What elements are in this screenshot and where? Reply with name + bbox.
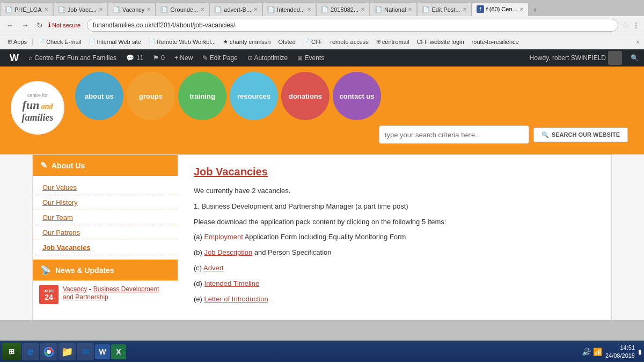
bookmark-apps[interactable]: ⊞ Apps — [4, 38, 30, 46]
taskbar-folder-icon[interactable]: 📁 — [58, 343, 76, 360]
nav-resources[interactable]: resources — [230, 72, 278, 120]
wp-updates-item[interactable]: ⚑ 0 — [149, 49, 169, 67]
page-icon: 📄 — [89, 39, 95, 45]
nav-groups[interactable]: groups — [127, 72, 175, 120]
sidebar-link-our-values[interactable]: Our Values — [33, 180, 178, 195]
bookmark-remote-web[interactable]: 📄 Remote Web Workpl... — [145, 38, 219, 46]
bookmark-resilience[interactable]: route-to-resilience — [469, 38, 522, 46]
job-description-link[interactable]: Job Description — [204, 248, 253, 256]
nav-contact-us[interactable]: contact us — [333, 72, 381, 120]
star-icon: ★ — [223, 39, 228, 45]
wp-howdy-item[interactable]: Howdy, robert SWINFIELD — [525, 49, 626, 67]
advert-link[interactable]: Advert — [203, 264, 224, 272]
tab-close-btn[interactable]: ✕ — [463, 6, 467, 12]
tab-icon: 📄 — [422, 6, 429, 13]
tab-close-btn[interactable]: ✕ — [99, 6, 103, 12]
tab-facebook[interactable]: f f (80) Cen... ✕ — [472, 2, 529, 16]
tab-icon: 📄 — [267, 6, 275, 13]
content-item-a: (a) Employment Application Form includin… — [194, 232, 595, 243]
wp-events-item[interactable]: ⊞ Events — [293, 49, 328, 67]
taskbar-excel-icon[interactable]: X — [111, 344, 126, 359]
tab-grounded[interactable]: 📄 Grounde... ✕ — [156, 2, 209, 16]
show-desktop-button[interactable]: ▮ — [638, 348, 642, 356]
tab-icon: 📄 — [321, 6, 328, 13]
tab-intended[interactable]: 📄 Intended... ✕ — [262, 2, 316, 16]
info-icon: ℹ — [48, 21, 50, 28]
logo-small-text: centre for — [22, 93, 54, 98]
wp-comments-item[interactable]: 💬 11 — [122, 49, 148, 67]
tab-national[interactable]: 📄 National ✕ — [370, 2, 417, 16]
tab-phe-lga[interactable]: 📄 PHE_LGA ✕ — [0, 2, 53, 16]
wp-autoptimize-item[interactable]: ⊙ Autoptimize — [243, 49, 292, 67]
wp-site-name-item[interactable]: ⌂ Centre For Fun and Families — [24, 49, 121, 67]
tab-close-btn[interactable]: ✕ — [307, 6, 311, 12]
tab-close-btn[interactable]: ✕ — [361, 6, 365, 12]
taskbar-word-icon[interactable]: W — [95, 344, 110, 359]
flag-icon: ⚑ — [153, 54, 159, 62]
sidebar-link-job-vacancies[interactable]: Job Vacancies — [33, 240, 178, 255]
bookmark-internal-web[interactable]: 📄 Internal Web site — [85, 38, 144, 46]
sidebar-link-our-patrons[interactable]: Our Patrons — [33, 225, 178, 240]
logo-text-area: centre for fun and families — [18, 88, 58, 128]
tab-2018[interactable]: 📄 2018082... ✕ — [316, 2, 370, 16]
start-button[interactable]: ⊞ — [2, 343, 21, 360]
tab-close-btn[interactable]: ✕ — [519, 6, 524, 12]
bookmark-cff[interactable]: 📄 CFF — [300, 38, 326, 46]
content-inner: ✎ About Us Our Values Our History Our Te… — [32, 154, 612, 320]
search-area: 🔍 SEARCH OUR WEBSITE — [75, 125, 633, 144]
nav-about-us[interactable]: about us — [75, 72, 123, 120]
bookmark-ofsted[interactable]: Ofsted — [275, 38, 298, 46]
sidebar-link-our-team[interactable]: Our Team — [33, 210, 178, 225]
nav-donations[interactable]: donations — [281, 72, 330, 120]
windows-icon: ⊞ — [376, 39, 380, 45]
tab-icon: 📄 — [5, 6, 12, 13]
page-title[interactable]: Job Vacancies — [194, 166, 595, 178]
taskbar-ie-icon[interactable]: e — [22, 343, 39, 360]
content-item-b: (b) Job Description and Person Specifica… — [194, 247, 595, 258]
taskbar-outlook-icon[interactable]: ✉ — [77, 343, 94, 360]
nav-training[interactable]: training — [178, 72, 226, 120]
news-vacancy-link[interactable]: Vacancy — [63, 285, 87, 293]
menu-button[interactable]: ⋮ — [632, 21, 640, 29]
page-icon: 📄 — [149, 39, 155, 45]
wp-logo-item[interactable]: W — [5, 49, 23, 67]
tab-job-vaca[interactable]: 📄 Job Vaca... ✕ — [53, 2, 108, 16]
tab-close-btn[interactable]: ✕ — [408, 6, 412, 12]
bookmark-charity[interactable]: ★ charity cmmssn — [220, 38, 274, 46]
url-input[interactable] — [87, 19, 618, 32]
forward-button[interactable]: → — [19, 20, 31, 31]
tab-vacancy[interactable]: 📄 Vacancy ✕ — [108, 2, 156, 16]
bookmark-remote-access[interactable]: remote access — [327, 38, 372, 46]
tab-close-btn[interactable]: ✕ — [253, 6, 258, 12]
tab-advert[interactable]: 📄 advert-B... ✕ — [209, 2, 262, 16]
letter-link[interactable]: Letter of Introduction — [204, 295, 268, 303]
search-icon[interactable]: 🔍 — [631, 54, 639, 62]
search-input[interactable] — [379, 125, 529, 144]
wp-edit-page-item[interactable]: ✎ Edit Page — [198, 49, 241, 67]
tab-close-btn[interactable]: ✕ — [44, 6, 48, 12]
pencil-icon: ✎ — [40, 160, 47, 171]
refresh-button[interactable]: ↻ — [34, 20, 45, 31]
wp-home-icon: ⌂ — [28, 54, 32, 62]
news-item: AUG 24 Vacancy - Business Development an… — [33, 280, 178, 308]
bookmark-centremail[interactable]: ⊞ centremail — [373, 38, 413, 46]
tab-close-btn[interactable]: ✕ — [200, 6, 204, 12]
employment-link[interactable]: Employment — [204, 233, 243, 241]
taskbar-chrome-icon[interactable] — [40, 343, 57, 360]
bookmarks-more-btn[interactable]: » — [636, 38, 640, 46]
tab-close-btn[interactable]: ✕ — [147, 6, 151, 12]
speaker-icon: 🔊 — [582, 348, 591, 356]
wp-new-item[interactable]: + New — [170, 49, 197, 67]
back-button[interactable]: ← — [4, 20, 16, 31]
network-icon: 📶 — [593, 348, 602, 356]
tab-edit-post[interactable]: 📄 Edit Post... ✕ — [417, 2, 471, 16]
timeline-link[interactable]: Intended Timeline — [204, 279, 260, 287]
bookmark-star-icon[interactable]: ☆ — [621, 20, 629, 30]
date-badge: AUG 24 — [39, 285, 58, 304]
sidebar-link-our-history[interactable]: Our History — [33, 195, 178, 210]
new-tab-button[interactable]: + — [529, 3, 541, 16]
bookmark-check-email[interactable]: 📄 Check E-mail — [35, 38, 84, 46]
date-label: 24/08/2018 — [605, 352, 635, 359]
search-button[interactable]: 🔍 SEARCH OUR WEBSITE — [533, 128, 628, 142]
bookmark-cff-login[interactable]: CFF website login — [414, 38, 467, 46]
